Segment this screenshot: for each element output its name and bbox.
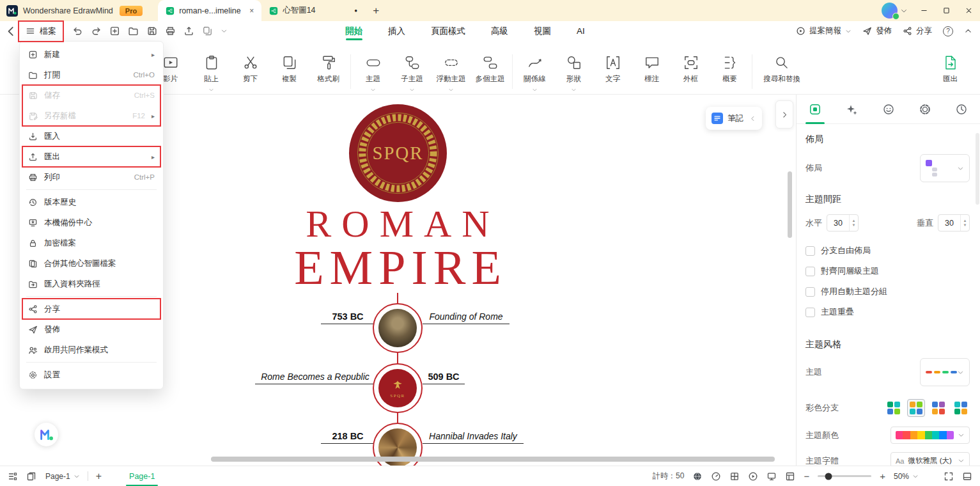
gauge-icon[interactable] <box>711 471 721 482</box>
zoom-in-button[interactable]: + <box>880 471 885 482</box>
new-tab-button[interactable]: + <box>373 4 379 17</box>
minimize-button[interactable] <box>913 0 935 21</box>
tab-page-style[interactable]: 頁面樣式 <box>431 21 465 41</box>
menu-item-import[interactable]: 匯入 <box>20 126 163 146</box>
pro-badge[interactable]: Pro <box>120 6 143 16</box>
checkbox[interactable] <box>805 308 815 317</box>
timeline-event[interactable]: Hannibal Invades Italy <box>423 431 524 444</box>
menu-item-save[interactable]: 儲存 Ctrl+S <box>20 85 163 106</box>
avatar[interactable] <box>882 3 898 19</box>
menu-item-save-as[interactable]: 另存新檔 F12 ▸ <box>20 106 163 126</box>
page-tab-active[interactable]: Page-1 <box>118 466 166 486</box>
menu-item-publish[interactable]: 發佈 <box>20 319 163 340</box>
redo-button[interactable] <box>91 26 102 36</box>
ribbon-copy-button[interactable]: 複製 <box>270 54 309 84</box>
panel-tab-theme[interactable] <box>906 95 943 123</box>
menu-item-collaboration[interactable]: 啟用共同作業模式 <box>20 340 163 360</box>
menu-item-local-backup[interactable]: 本機備份中心 <box>20 212 163 233</box>
account-chevron-icon[interactable] <box>900 7 908 15</box>
help-button[interactable]: ? <box>943 26 953 36</box>
panel-tab-ai[interactable] <box>833 95 869 123</box>
layout-view-button[interactable] <box>785 471 795 482</box>
present-button[interactable]: 提案簡報 <box>796 26 852 36</box>
timeline-event[interactable]: Rome Becomes a Republic <box>255 372 375 384</box>
ribbon-cut-button[interactable]: 剪下 <box>231 54 270 84</box>
checkbox-row-topic-overlap[interactable]: 主題重疊 <box>805 302 970 322</box>
timeline-node-republic[interactable]: SPQR <box>373 363 423 413</box>
fullscreen-button[interactable] <box>944 471 954 482</box>
page-view-button[interactable] <box>26 471 36 482</box>
tab-view[interactable]: 視圖 <box>534 21 551 41</box>
ribbon-format-painter-button[interactable]: 格式刷 <box>309 54 348 84</box>
menu-item-open[interactable]: 打開 Ctrl+O <box>20 65 163 85</box>
quick-export-button[interactable] <box>183 26 194 36</box>
timeline-date[interactable]: 509 BC <box>423 372 465 384</box>
layout-dropdown[interactable] <box>920 154 970 182</box>
timeline-event[interactable]: Founding of Rome <box>423 311 509 324</box>
ribbon-find-replace-button[interactable]: 搜尋和替換 <box>755 54 809 84</box>
ribbon-relationship-button[interactable]: 關係線 <box>515 54 554 93</box>
menu-item-share[interactable]: 分享 <box>20 299 163 319</box>
copy-style-button[interactable] <box>202 26 213 36</box>
collapse-ribbon-button[interactable] <box>964 27 972 35</box>
grid-view-button[interactable] <box>729 471 740 482</box>
tab-ai[interactable]: AI <box>577 21 585 41</box>
checkbox-row-align-siblings[interactable]: 對齊同層級主題 <box>805 261 970 281</box>
add-page-button[interactable]: + <box>96 471 102 482</box>
maximize-button[interactable] <box>935 0 958 21</box>
horizontal-spacing-value[interactable]: 30 <box>827 219 849 228</box>
print-button[interactable] <box>165 26 176 36</box>
share-button[interactable]: 分享 <box>903 26 932 36</box>
panel-tab-format[interactable] <box>797 95 833 123</box>
tab-close-icon[interactable]: × <box>249 6 254 15</box>
close-button[interactable] <box>958 0 980 21</box>
menu-item-encrypt[interactable]: 加密檔案 <box>20 233 163 253</box>
slideshow-play-button[interactable] <box>748 471 758 482</box>
spqr-logo[interactable]: SPQR <box>348 104 447 203</box>
tab-insert[interactable]: 插入 <box>388 21 405 41</box>
tab-advanced[interactable]: 高級 <box>491 21 508 41</box>
notes-widget[interactable]: 筆記 <box>706 107 762 130</box>
tab-home[interactable]: 開始 <box>345 21 362 41</box>
theme-colors-dropdown[interactable] <box>891 427 970 444</box>
file-menu-button[interactable]: 檔案 <box>20 23 62 40</box>
checkbox-row-disable-auto-group[interactable]: 停用自動主題分組 <box>805 281 970 302</box>
branch-color-preset-3[interactable] <box>929 399 947 417</box>
document-tab-mindmap14[interactable]: 心智圖14 ● <box>261 0 365 21</box>
checkbox[interactable] <box>805 287 815 297</box>
branch-color-preset-2[interactable] <box>907 399 925 417</box>
central-topic-title-line2[interactable]: EMPIRE <box>270 243 525 292</box>
ribbon-summary-button[interactable]: 概要 <box>710 54 749 84</box>
stepper-arrows[interactable]: ▲▼ <box>960 215 969 231</box>
ribbon-callout-button[interactable]: 標注 <box>632 54 671 84</box>
panel-scrollbar[interactable] <box>976 133 979 205</box>
ribbon-boundary-button[interactable]: 外框 <box>671 54 710 84</box>
zoom-level-dropdown[interactable]: 50% <box>894 472 919 481</box>
menu-item-print[interactable]: 列印 Ctrl+P <box>20 167 163 187</box>
timeline-node-founding[interactable] <box>373 303 423 353</box>
vertical-scrollbar[interactable] <box>788 171 792 238</box>
menu-item-export[interactable]: 匯出 ▸ <box>20 146 163 167</box>
stepper-arrows[interactable]: ▲▼ <box>849 215 858 231</box>
menu-item-version-history[interactable]: 版本歷史 <box>20 192 163 212</box>
zoom-slider-knob[interactable] <box>825 473 832 480</box>
panel-tab-history[interactable] <box>944 95 980 123</box>
theme-dropdown[interactable] <box>920 358 970 386</box>
ribbon-subtopic-button[interactable]: 子主題 <box>393 54 432 93</box>
chevron-left-icon[interactable] <box>749 115 756 122</box>
checkbox[interactable] <box>805 246 815 256</box>
ribbon-multiple-topics-button[interactable]: 多個主題 <box>471 54 509 84</box>
globe-icon[interactable] <box>692 471 703 482</box>
branch-color-preset-4[interactable] <box>952 399 970 417</box>
page-select-dropdown[interactable]: Page-1 <box>45 472 80 481</box>
vertical-spacing-value[interactable]: 30 <box>938 219 960 228</box>
branch-color-preset-1[interactable] <box>885 399 903 417</box>
panel-tab-stickers[interactable] <box>870 95 906 123</box>
ribbon-floating-topic-button[interactable]: 浮動主題 <box>432 54 471 93</box>
horizontal-spacing-stepper[interactable]: 30 ▲▼ <box>827 214 859 231</box>
zoom-slider[interactable] <box>818 475 871 477</box>
save-button[interactable] <box>146 26 157 36</box>
fit-window-button[interactable] <box>962 471 972 482</box>
menu-item-merge-files[interactable]: 合併其他心智圖檔案 <box>20 253 163 274</box>
menu-item-settings[interactable]: 設置 <box>20 364 163 385</box>
